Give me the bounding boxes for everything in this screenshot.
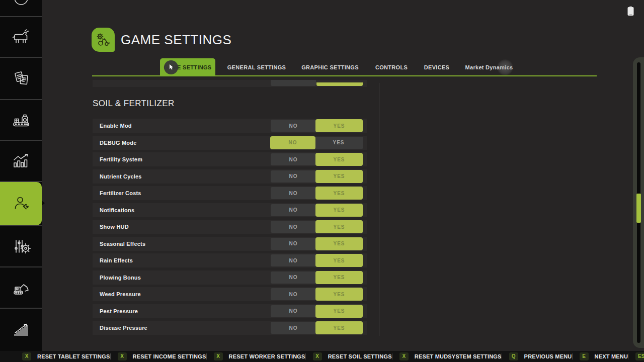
setting-label: Seasonal Effects [100,241,145,247]
toggle-no-button[interactable]: NO [271,170,316,183]
yes-no-toggle: NO YES [271,305,363,317]
setting-label: Nutrient Cycles [100,173,142,179]
hotkey-badge: X [313,352,322,360]
toggle-yes-button[interactable]: YES [315,187,363,200]
hotkey-label: NEXT MENU [595,353,628,359]
hotkey-badge: ESC [635,352,644,360]
sidebar-item-mod-settings[interactable] [0,226,42,266]
sidebar-item-production[interactable] [0,100,42,140]
yes-no-toggle: NO YES [271,120,363,132]
tab-label: DEVICES [424,64,449,70]
toggle-no-button[interactable]: NO [271,272,316,284]
page-scrollbar [633,57,644,348]
sidebar-item-statistics[interactable] [0,141,42,181]
tab-bar: GAME SETTINGS GENERAL SETTINGS GRAPHIC S… [0,0,644,76]
toggle-yes-button[interactable]: YES [315,321,363,334]
yes-no-toggle: NO YES [271,137,363,149]
yes-no-toggle: NO YES [271,221,363,233]
toggle-yes-button[interactable]: YES [315,170,363,183]
setting-label: Enable Mod [100,123,132,129]
hotkey-action[interactable]: ESC BACK [628,352,644,360]
setting-row: DEBUG Mode NO YES [93,136,367,150]
toggle-yes-button[interactable]: YES [315,137,362,149]
tab-label: GRAPHIC SETTINGS [301,64,359,70]
tab[interactable]: DEVICES [419,58,455,76]
setting-row: Weed Pressure NO YES [93,287,367,301]
setting-row: Fertility System NO YES [93,152,367,166]
toggle-yes-button[interactable]: YES [315,119,363,132]
player-settings-icon [10,193,32,215]
setting-label: Rain Effects [100,257,133,263]
yes-no-toggle: NO YES [271,170,363,183]
hotkey-label: RESET TABLET SETTINGS [37,353,110,359]
toggle-no-button[interactable]: NO [271,322,316,334]
setting-label: Disease Pressure [100,325,147,331]
hotkey-action[interactable]: X RESET WORKER SETTINGS [206,352,305,360]
toggle-yes-button[interactable]: YES [315,220,363,233]
hotkey-label: RESET WORKER SETTINGS [229,353,305,359]
setting-row: Show HUD NO YES [93,220,367,234]
setting-row: Fertilizer Costs NO YES [93,186,367,200]
toggle-no-button[interactable]: NO [271,221,316,233]
sidebar-divider [0,181,42,182]
toggle-no-button[interactable]: NO [270,136,315,149]
tab-label: GENERAL SETTINGS [227,64,286,70]
hotkey-badge: Q [509,352,518,360]
setting-label: Plowing Bonus [100,275,141,281]
toggle-yes-button[interactable]: YES [315,204,363,217]
battery-icon [627,6,634,17]
excavator-icon [10,277,32,299]
yes-no-toggle: NO YES [271,272,363,284]
list-scroll-track[interactable] [379,83,379,336]
hotkey-badge: X [22,352,31,360]
toggle-yes-button[interactable]: YES [315,153,363,166]
toggle-yes-button[interactable]: YES [315,254,363,267]
clipped-toggle-yes-selected[interactable] [316,82,363,86]
active-item-pointer [42,201,45,206]
hotkey-action[interactable]: X RESET TABLET SETTINGS [22,352,110,360]
setting-label: Show HUD [100,224,129,230]
toggle-no-button[interactable]: NO [271,254,316,266]
hotkey-action[interactable]: X RESET MUDSYSTEM SETTINGS [392,352,502,360]
cursor-arrow-icon [169,64,174,70]
yes-no-toggle: NO YES [271,322,363,334]
toggle-no-button[interactable]: NO [271,153,316,165]
setting-row: Plowing Bonus NO YES [93,270,367,285]
section-title: SOIL & FERTILIZER [93,99,175,109]
hotkey-label: RESET SOIL SETTINGS [328,353,392,359]
toggle-yes-button[interactable]: YES [315,237,363,250]
hotkey-badge: X [214,352,223,360]
hotkey-badge: X [399,352,409,360]
toggle-yes-button[interactable]: YES [315,271,363,284]
toggle-no-button[interactable]: NO [271,238,316,250]
tab[interactable]: GENERAL SETTINGS [221,58,292,76]
tab[interactable]: GRAPHIC SETTINGS [295,58,365,76]
sidebar-divider [0,308,42,309]
scrollbar-thumb[interactable] [636,194,641,223]
growth-chart-icon [10,318,32,340]
setting-label: Fertility System [100,156,142,162]
setting-label: Weed Pressure [100,291,141,297]
toggle-no-button[interactable]: NO [271,187,316,199]
tab-label: CONTROLS [375,64,408,70]
toggle-no-button[interactable]: NO [271,305,316,317]
hotkey-action[interactable]: X RESET SOIL SETTINGS [305,352,392,360]
hotkey-badge: E [580,352,589,360]
sidebar-item-construction[interactable] [0,267,42,308]
sidebar-item-player-settings[interactable] [0,182,42,225]
toggle-yes-button[interactable]: YES [315,305,363,318]
clipped-toggle-no[interactable] [271,80,316,86]
tab[interactable]: CONTROLS [369,58,414,76]
hotkey-action[interactable]: E NEXT MENU [572,352,628,360]
hotkey-label: PREVIOUS MENU [524,353,572,359]
touch-indicator [497,59,513,75]
toggle-no-button[interactable]: NO [271,120,316,132]
setting-row: Notifications NO YES [93,203,367,217]
toggle-no-button[interactable]: NO [271,288,316,300]
hotkey-action[interactable]: X RESET INCOME SETTINGS [110,352,206,360]
toggle-yes-button[interactable]: YES [315,288,363,301]
hotkey-action[interactable]: Q PREVIOUS MENU [502,352,572,360]
yes-no-toggle: NO YES [271,187,363,199]
sidebar-item-progress[interactable] [0,309,42,349]
toggle-no-button[interactable]: NO [271,204,316,216]
